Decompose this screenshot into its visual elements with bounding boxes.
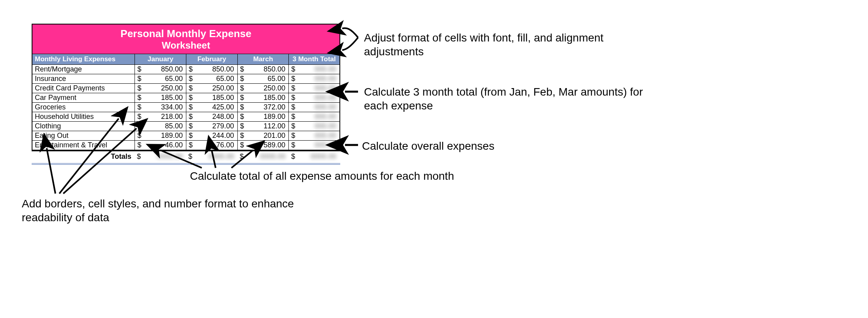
cell-feb: $185.00: [186, 93, 238, 102]
totals-label: Totals: [111, 152, 131, 160]
cell-feb: $279.00: [186, 122, 238, 131]
cell-jan: $185.00: [135, 93, 186, 102]
cell-jan: $46.00: [135, 141, 186, 150]
cell-mar: $185.00: [238, 93, 289, 102]
column-header-row: Monthly Living Expenses January February…: [32, 54, 339, 64]
cell-total: $000.00: [289, 103, 339, 112]
title-line2: Worksheet: [32, 40, 339, 51]
cell-total: $000.00: [289, 74, 339, 83]
totals-row: Totals $0000.00 $0000.00 $0000.00 $0000.…: [32, 151, 340, 165]
row-label: Entertainment & Travel: [32, 141, 135, 150]
header-feb: February: [186, 54, 238, 64]
totals-mar: $0000.00: [237, 151, 289, 162]
totals-row-container: Totals $0000.00 $0000.00 $0000.00 $0000.…: [32, 151, 340, 165]
cell-jan: $850.00: [135, 65, 186, 74]
header-total: 3 Month Total: [289, 54, 339, 64]
title-bar: Personal Monthly Expense Worksheet: [32, 24, 339, 54]
diagram-page: { "title": { "line1": "Personal Monthly …: [0, 0, 868, 318]
totals-jan: $0000.00: [135, 151, 186, 162]
row-label: Credit Card Payments: [32, 84, 135, 93]
cell-feb: $76.00: [186, 141, 238, 150]
cell-total: $000.00: [289, 84, 339, 93]
cell-jan: $85.00: [135, 122, 186, 131]
cell-jan: $65.00: [135, 74, 186, 83]
callout-three-month: Calculate 3 month total (from Jan, Feb, …: [364, 85, 665, 113]
table-row: Car Payment$185.00$185.00$185.00$000.00: [32, 93, 339, 102]
table-row: Eating Out$189.00$244.00$201.00$000.00: [32, 131, 339, 140]
expense-worksheet: Personal Monthly Expense Worksheet Month…: [32, 24, 340, 151]
header-mar: March: [238, 54, 289, 64]
cell-jan: $218.00: [135, 112, 186, 121]
cell-jan: $189.00: [135, 131, 186, 140]
cell-feb: $425.00: [186, 103, 238, 112]
cell-mar: $850.00: [238, 65, 289, 74]
callout-overall: Calculate overall expenses: [362, 139, 639, 153]
cell-total: $000.00: [289, 93, 339, 102]
totals-grand: $0000.00: [289, 151, 339, 162]
table-row: Credit Card Payments$250.00$250.00$250.0…: [32, 83, 339, 93]
row-label: Groceries: [32, 103, 135, 112]
row-label: Household Utilities: [32, 112, 135, 121]
cell-feb: $248.00: [186, 112, 238, 121]
cell-feb: $244.00: [186, 131, 238, 140]
cell-total: $000.00: [289, 122, 339, 131]
cell-mar: $112.00: [238, 122, 289, 131]
table-row: Groceries$334.00$425.00$372.00$000.00: [32, 102, 339, 112]
callout-borders: Add borders, cell styles, and number for…: [22, 197, 307, 224]
table-row: Insurance$65.00$65.00$65.00$000.00: [32, 74, 339, 83]
table-row: Household Utilities$218.00$248.00$189.00…: [32, 112, 339, 121]
callout-month-total: Calculate total of all expense amounts f…: [190, 169, 546, 183]
header-label: Monthly Living Expenses: [32, 54, 135, 64]
table-row: Clothing$85.00$279.00$112.00$000.00: [32, 121, 339, 131]
cell-feb: $65.00: [186, 74, 238, 83]
row-label: Clothing: [32, 122, 135, 131]
cell-total: $000.00: [289, 131, 339, 140]
cell-total: $000.00: [289, 141, 339, 150]
callout-format: Adjust format of cells with font, fill, …: [364, 31, 641, 58]
row-label: Rent/Mortgage: [32, 65, 135, 74]
cell-mar: $372.00: [238, 103, 289, 112]
totals-feb: $0000.00: [186, 151, 237, 162]
cell-jan: $334.00: [135, 103, 186, 112]
cell-mar: $189.00: [238, 112, 289, 121]
row-label: Car Payment: [32, 93, 135, 102]
title-line1: Personal Monthly Expense: [32, 28, 339, 40]
row-label: Insurance: [32, 74, 135, 83]
cell-jan: $250.00: [135, 84, 186, 93]
table-row: Entertainment & Travel$46.00$76.00$589.0…: [32, 140, 339, 150]
cell-total: $000.00: [289, 65, 339, 74]
row-label: Eating Out: [32, 131, 135, 140]
data-rows: Rent/Mortgage$850.00$850.00$850.00$000.0…: [32, 64, 339, 150]
table-row: Rent/Mortgage$850.00$850.00$850.00$000.0…: [32, 64, 339, 74]
cell-mar: $250.00: [238, 84, 289, 93]
cell-feb: $250.00: [186, 84, 238, 93]
cell-mar: $201.00: [238, 131, 289, 140]
cell-feb: $850.00: [186, 65, 238, 74]
cell-total: $000.00: [289, 112, 339, 121]
header-jan: January: [135, 54, 186, 64]
cell-mar: $65.00: [238, 74, 289, 83]
cell-mar: $589.00: [238, 141, 289, 150]
